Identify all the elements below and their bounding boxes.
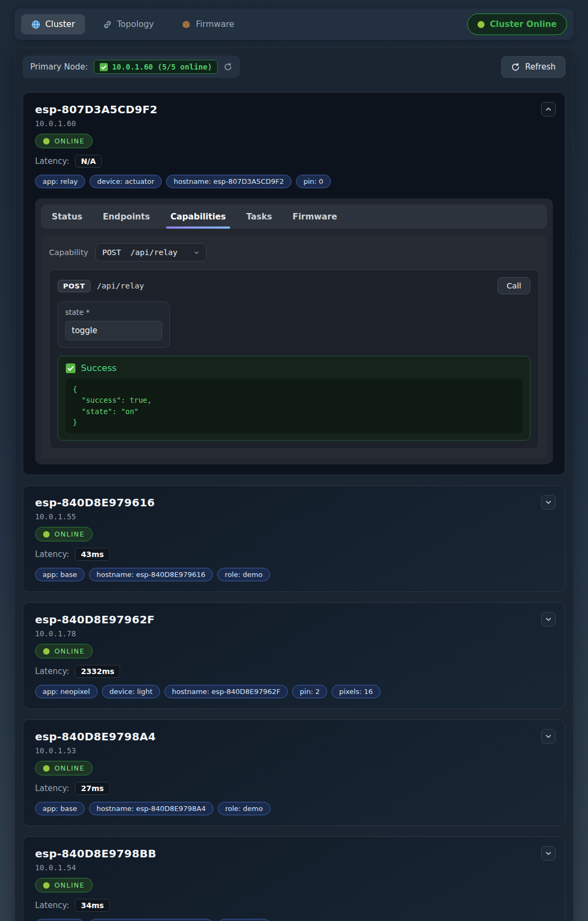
status-badge: ONLINE xyxy=(35,878,93,892)
refresh-icon xyxy=(511,63,520,72)
tag-pill: app: base xyxy=(35,802,85,815)
node-ip: 10.0.1.78 xyxy=(35,629,553,638)
refresh-button[interactable]: Refresh xyxy=(501,56,565,78)
status-badge: ONLINE xyxy=(35,644,93,658)
node-title: esp-840D8E9798BB xyxy=(35,847,553,860)
primary-node-group: Primary Node: 10.0.1.60 (5/5 online) xyxy=(23,56,240,78)
tag-pill: device: actuator xyxy=(89,175,162,188)
tag-list: app: basehostname: esp-840D8E979616role:… xyxy=(35,568,553,581)
capability-select[interactable]: POST /api/relay xyxy=(95,243,207,262)
result-box: Success { "success": true, "state": "on"… xyxy=(58,356,530,441)
tag-pill: hostname: esp-840D8E97962F xyxy=(164,685,288,698)
green-dot-icon xyxy=(43,882,50,889)
link-icon xyxy=(103,20,112,29)
result-title: Success xyxy=(81,363,116,373)
tag-pill: pin: 2 xyxy=(292,685,327,698)
cluster-panel: Primary Node: 10.0.1.60 (5/5 online) Ref… xyxy=(15,47,573,921)
latency-row: Latency: 34ms xyxy=(35,899,553,912)
tag-pill: app: base xyxy=(35,919,85,921)
tab-label: Cluster xyxy=(45,19,75,29)
tag-list: app: basehostname: esp-840D8E9798A4role:… xyxy=(35,802,553,815)
detail-tab-tasks[interactable]: Tasks xyxy=(245,204,273,229)
endpoint-path: /api/relay xyxy=(97,281,491,290)
green-dot-icon xyxy=(43,138,50,145)
tag-pill: app: neopixel xyxy=(35,685,98,698)
top-nav: Cluster Topology Firmware Cluster Online xyxy=(15,9,573,40)
capability-row: Capability POST /api/relay xyxy=(49,243,539,262)
latency-row: Latency: 2332ms xyxy=(35,665,553,678)
detail-tab-firmware[interactable]: Firmware xyxy=(292,204,338,229)
latency-label: Latency: xyxy=(35,156,69,166)
node-title: esp-840D8E97962F xyxy=(35,613,553,626)
status-badge: ONLINE xyxy=(35,761,93,775)
tag-pill: role: demo xyxy=(218,919,271,921)
green-dot-icon xyxy=(478,21,485,28)
latency-value: 43ms xyxy=(75,548,109,561)
latency-value: 34ms xyxy=(75,899,109,912)
tag-pill: device: light xyxy=(102,685,160,698)
node-title: esp-807D3A5CD9F2 xyxy=(35,103,553,116)
tab-cluster[interactable]: Cluster xyxy=(21,14,85,35)
expand-toggle-button[interactable] xyxy=(541,729,556,744)
expand-toggle-button[interactable] xyxy=(541,612,556,627)
tab-label: Firmware xyxy=(196,19,234,29)
chevron-down-icon xyxy=(193,250,199,256)
status-badge: ONLINE xyxy=(35,134,93,148)
tag-pill: hostname: esp-840D8E9798BB xyxy=(89,919,213,921)
check-icon xyxy=(66,363,75,373)
detail-tab-capabilities[interactable]: Capabilities xyxy=(169,204,227,229)
node-card: esp-840D8E9798A4 10.0.1.53 ONLINE Latenc… xyxy=(23,719,565,826)
result-title-row: Success xyxy=(66,363,522,373)
tag-pill: hostname: esp-840D8E979616 xyxy=(89,568,213,581)
latency-label: Latency: xyxy=(35,901,69,910)
chevron-down-icon xyxy=(545,499,552,506)
tag-pill: role: demo xyxy=(218,802,271,815)
globe-icon xyxy=(31,20,40,29)
chevron-down-icon xyxy=(545,733,552,740)
status-label: ONLINE xyxy=(54,881,85,889)
node-card: esp-840D8E9798BB 10.0.1.54 ONLINE Latenc… xyxy=(23,836,565,921)
tab-topology[interactable]: Topology xyxy=(93,14,164,35)
node-list: esp-807D3A5CD9F2 10.0.1.60 ONLINE Latenc… xyxy=(23,92,565,921)
expand-toggle-button[interactable] xyxy=(541,846,556,861)
result-code: { "success": true, "state": "on" } xyxy=(66,379,522,433)
capability-selected-value: POST /api/relay xyxy=(102,248,178,257)
detail-tab-status[interactable]: Status xyxy=(51,204,84,229)
tag-list: app: basehostname: esp-840D8E9798BBrole:… xyxy=(35,919,553,921)
expand-toggle-button[interactable] xyxy=(541,495,556,510)
chevron-down-icon xyxy=(545,850,552,857)
param-input[interactable] xyxy=(65,321,162,340)
tab-firmware[interactable]: Firmware xyxy=(171,14,244,35)
status-label: ONLINE xyxy=(54,764,85,772)
primary-node-value: 10.0.1.60 (5/5 online) xyxy=(112,63,212,71)
status-label: ONLINE xyxy=(54,530,85,538)
status-badge: ONLINE xyxy=(35,527,93,541)
tag-pill: hostname: esp-807D3A5CD9F2 xyxy=(166,175,292,188)
param-label: state * xyxy=(65,308,162,317)
tag-list: app: neopixeldevice: lighthostname: esp-… xyxy=(35,685,553,698)
node-card: esp-840D8E979616 10.0.1.55 ONLINE Latenc… xyxy=(23,485,565,592)
cluster-status-badge: Cluster Online xyxy=(467,13,567,35)
node-ip: 10.0.1.53 xyxy=(35,746,553,755)
latency-row: Latency: N/A xyxy=(35,155,553,168)
detail-tab-endpoints[interactable]: Endpoints xyxy=(102,204,151,229)
node-card: esp-807D3A5CD9F2 10.0.1.60 ONLINE Latenc… xyxy=(23,92,565,475)
primary-node-badge: 10.0.1.60 (5/5 online) xyxy=(94,60,218,74)
tag-pill: app: relay xyxy=(35,175,85,188)
package-icon xyxy=(182,20,191,29)
check-icon xyxy=(100,63,108,71)
expand-toggle-button[interactable] xyxy=(541,102,556,116)
chevron-down-icon xyxy=(545,616,552,623)
node-ip: 10.0.1.55 xyxy=(35,512,553,521)
green-dot-icon xyxy=(43,531,50,538)
param-card: state * xyxy=(58,301,170,348)
capabilities-panel: Capability POST /api/relay POST /api/rel… xyxy=(41,235,547,458)
green-dot-icon xyxy=(43,765,50,772)
latency-label: Latency: xyxy=(35,666,69,676)
refresh-icon[interactable] xyxy=(224,63,232,71)
refresh-label: Refresh xyxy=(525,62,556,72)
method-badge: POST xyxy=(58,280,91,292)
latency-value: N/A xyxy=(75,155,102,168)
latency-value: 27ms xyxy=(75,782,109,795)
call-button[interactable]: Call xyxy=(497,277,530,294)
